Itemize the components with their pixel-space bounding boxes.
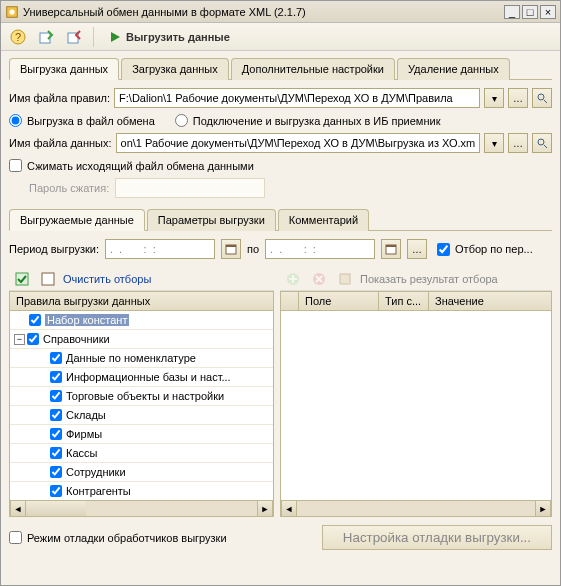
tree-label: Фирмы [66,428,102,440]
tree-checkbox[interactable] [50,409,62,421]
radio-export-file[interactable]: Выгрузка в файл обмена [9,114,155,127]
svg-text:?: ? [15,31,21,43]
left-hscroll[interactable]: ◄ ► [9,501,274,517]
scroll-thumb[interactable] [26,501,86,516]
tab-settings[interactable]: Дополнительные настройки [231,58,395,80]
save-rules-icon[interactable] [63,26,85,48]
col-value[interactable]: Значение [429,292,551,310]
main-toolbar: ? Выгрузить данные [1,23,560,51]
tab-export[interactable]: Выгрузка данных [9,58,119,80]
rules-search-button[interactable] [532,88,552,108]
svg-line-7 [544,100,547,103]
tree-row[interactable]: Информационные базы и наст... [10,368,273,387]
filter-grid-header: Поле Тип с... Значение [280,291,552,311]
magnifier-icon [536,92,548,104]
scroll-right-icon[interactable]: ► [257,501,273,516]
scroll-right-icon[interactable]: ► [535,501,551,516]
tree-label: Кассы [66,447,97,459]
tree-checkbox[interactable] [50,466,62,478]
tree-header: Правила выгрузки данных [9,291,274,311]
tree-checkbox[interactable] [50,352,62,364]
data-dropdown-button[interactable]: ▾ [484,133,504,153]
period-label: Период выгрузки: [9,243,99,255]
tree-row[interactable]: Кассы [10,444,273,463]
tab-import[interactable]: Загрузка данных [121,58,229,80]
toolbar-separator [93,27,94,47]
tree-label: Сотрудники [66,466,126,478]
debug-mode-checkbox[interactable]: Режим отладки обработчиков выгрузки [9,531,227,544]
tree-checkbox[interactable] [50,390,62,402]
tree-row[interactable]: Склады [10,406,273,425]
tree-row[interactable]: Набор констант [10,311,273,330]
minimize-button[interactable]: _ [504,5,520,19]
edit-row-icon [334,268,356,290]
scroll-left-icon[interactable]: ◄ [10,501,26,516]
scroll-left-icon[interactable]: ◄ [281,501,297,516]
check-all-icon[interactable] [11,268,33,290]
data-file-label: Имя файла данных: [9,137,112,149]
close-button[interactable]: × [540,5,556,19]
compress-checkbox[interactable]: Сжимать исходящий файл обмена данными [9,159,254,172]
tab-exported-data[interactable]: Выгружаемые данные [9,209,145,231]
tree-row[interactable]: Фирмы [10,425,273,444]
tree-row[interactable]: −Справочники [10,330,273,349]
tree-checkbox[interactable] [50,371,62,383]
tree-label: Склады [66,409,106,421]
magnifier-icon [536,137,548,149]
rules-tree[interactable]: Набор констант−СправочникиДанные по номе… [9,311,274,501]
tab-comment[interactable]: Комментарий [278,209,369,231]
rules-browse-button[interactable]: … [508,88,528,108]
compress-row: Сжимать исходящий файл обмена данными [9,159,552,172]
titlebar: Универсальный обмен данными в формате XM… [1,1,560,23]
help-icon[interactable]: ? [7,26,29,48]
tab-export-params[interactable]: Параметры выгрузки [147,209,276,231]
tab-delete[interactable]: Удаление данных [397,58,510,80]
col-type[interactable]: Тип с... [379,292,429,310]
filter-grid-body[interactable] [280,311,552,501]
tree-checkbox[interactable] [50,428,62,440]
period-to-calendar[interactable] [381,239,401,259]
period-picker-button[interactable]: … [407,239,427,259]
load-rules-icon[interactable] [35,26,57,48]
tree-row[interactable]: Данные по номенклатуре [10,349,273,368]
svg-point-8 [538,139,544,145]
svg-rect-18 [340,274,350,284]
data-file-row: Имя файла данных: ▾ … [9,133,552,153]
tree-row[interactable]: Сотрудники [10,463,273,482]
main-tabs: Выгрузка данных Загрузка данных Дополнит… [9,57,552,80]
rules-file-row: Имя файла правил: ▾ … [9,88,552,108]
right-hscroll[interactable]: ◄ ► [280,501,552,517]
export-button[interactable]: Выгрузить данные [102,28,236,46]
data-browse-button[interactable]: … [508,133,528,153]
rules-dropdown-button[interactable]: ▾ [484,88,504,108]
period-from-calendar[interactable] [221,239,241,259]
tree-checkbox[interactable] [29,314,41,326]
expander-icon[interactable]: − [14,334,25,345]
col-field[interactable]: Поле [299,292,379,310]
password-input[interactable] [115,178,265,198]
data-search-button[interactable] [532,133,552,153]
show-result-link[interactable]: Показать результат отбора [360,273,498,285]
maximize-button[interactable]: □ [522,5,538,19]
clear-filters-link[interactable]: Очистить отборы [63,273,151,285]
split-area: Очистить отборы Правила выгрузки данных … [9,267,552,517]
period-from-input[interactable] [105,239,215,259]
destination-radio-group: Выгрузка в файл обмена Подключение и выг… [9,114,552,127]
bottom-row: Режим отладки обработчиков выгрузки Наст… [9,525,552,550]
rules-file-input[interactable] [114,88,480,108]
data-file-input[interactable] [116,133,480,153]
tree-label: Данные по номенклатуре [66,352,196,364]
radio-export-ib[interactable]: Подключение и выгрузка данных в ИБ прием… [175,114,441,127]
tree-row[interactable]: Торговые объекты и настройки [10,387,273,406]
add-row-icon [282,268,304,290]
filter-by-period-checkbox[interactable]: Отбор по пер... [437,243,533,256]
uncheck-all-icon[interactable] [37,268,59,290]
tree-checkbox[interactable] [50,447,62,459]
tree-checkbox[interactable] [27,333,39,345]
period-to-input[interactable] [265,239,375,259]
tree-checkbox[interactable] [50,485,62,497]
tree-label: Торговые объекты и настройки [66,390,224,402]
svg-rect-11 [226,245,236,247]
sub-tabs: Выгружаемые данные Параметры выгрузки Ко… [9,208,552,231]
tree-row[interactable]: Контрагенты [10,482,273,501]
